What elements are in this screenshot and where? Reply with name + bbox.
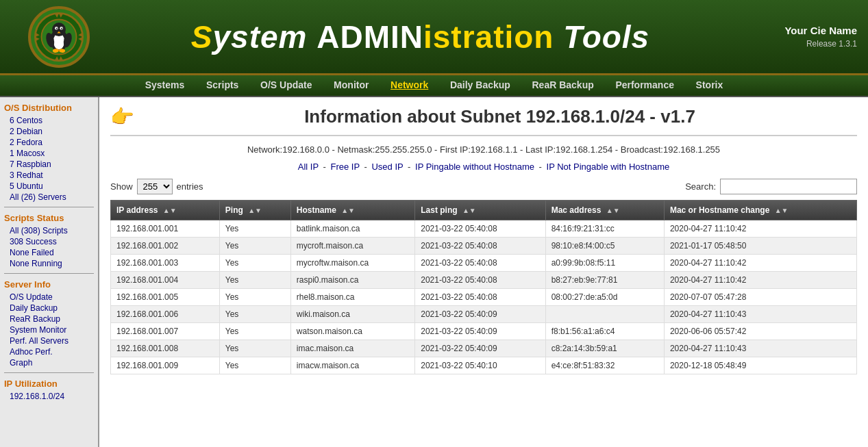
filter-free-ip[interactable]: Free IP — [330, 162, 359, 172]
cell-ping: Yes — [219, 357, 290, 374]
cell-hostname: rhel8.maison.ca — [290, 289, 414, 306]
nav-storix[interactable]: Storix — [696, 79, 723, 90]
sidebar-rear-backup[interactable]: ReaR Backup — [4, 314, 94, 324]
company-name: Your Cie Name — [734, 25, 857, 36]
cell-ping: Yes — [219, 323, 290, 340]
sidebar-all-servers[interactable]: All (26) Servers — [4, 192, 94, 203]
navbar: Systems Scripts O/S Update Monitor Netwo… — [0, 75, 868, 97]
title-area: System ADMINistration Tools — [107, 18, 734, 55]
sidebar-raspbian[interactable]: 7 Raspbian — [4, 159, 94, 170]
cell-change: 2020-04-27 11:10:42 — [664, 220, 856, 238]
sidebar-redhat[interactable]: 3 Redhat — [4, 170, 94, 181]
sidebar-none-running[interactable]: None Running — [4, 258, 94, 269]
filter-links: All IP - Free IP - Used IP - IP Pingable… — [110, 162, 857, 172]
sidebar-divider-1 — [4, 207, 94, 207]
filter-sep-2: - — [364, 162, 369, 172]
sidebar-centos[interactable]: 6 Centos — [4, 115, 94, 126]
sidebar-ubuntu[interactable]: 5 Ubuntu — [4, 181, 94, 192]
sidebar-perf-all[interactable]: Perf. All Servers — [4, 335, 94, 346]
col-hostname[interactable]: Hostname ▲▼ — [290, 201, 414, 220]
nav-osupdate[interactable]: O/S Update — [260, 79, 312, 90]
col-ip[interactable]: IP address ▲▼ — [111, 201, 220, 220]
cell-ip: 192.168.001.004 — [111, 272, 220, 289]
cell-change: 2020-07-07 05:47:28 — [664, 289, 856, 306]
sidebar-adhoc-perf[interactable]: Adhoc Perf. — [4, 346, 94, 357]
sidebar-fedora[interactable]: 2 Fedora — [4, 137, 94, 148]
filter-used-ip[interactable]: Used IP — [371, 162, 403, 172]
filter-sep-1: - — [323, 162, 329, 172]
table-row[interactable]: 192.168.001.008Yesimac.maison.ca2021-03-… — [111, 340, 857, 357]
sidebar-none-failed[interactable]: None Failed — [4, 247, 94, 258]
cell-mac: 98:10:e8:f4:00:c5 — [545, 238, 664, 255]
sidebar-all-scripts[interactable]: All (308) Scripts — [4, 225, 94, 236]
table-row[interactable]: 192.168.001.004Yesraspi0.maison.ca2021-0… — [111, 272, 857, 289]
col-change[interactable]: Mac or Hostname change ▲▼ — [664, 201, 856, 220]
cell-last_ping: 2021-03-22 05:40:08 — [415, 289, 545, 306]
svg-point-9 — [61, 27, 62, 29]
table-head: IP address ▲▼ Ping ▲▼ Hostname ▲▼ Last p… — [111, 201, 857, 220]
sidebar-divider-2 — [4, 273, 94, 274]
sidebar-ip-title: IP Utilization — [4, 379, 94, 389]
sidebar-macosx[interactable]: 1 Macosx — [4, 148, 94, 159]
cell-last_ping: 2021-03-22 05:40:10 — [415, 357, 545, 374]
nav-network[interactable]: Network — [390, 79, 428, 90]
nav-rearbackup[interactable]: ReaR Backup — [532, 79, 593, 90]
entries-label: entries — [177, 181, 203, 192]
table-row[interactable]: 192.168.001.003Yesmycroftw.maison.ca2021… — [111, 255, 857, 272]
sidebar-system-monitor[interactable]: System Monitor — [4, 324, 94, 335]
nav-scripts[interactable]: Scripts — [206, 79, 238, 90]
table-row[interactable]: 192.168.001.005Yesrhel8.maison.ca2021-03… — [111, 289, 857, 306]
logo — [28, 6, 90, 68]
cell-hostname: imacw.maison.ca — [290, 357, 414, 374]
sidebar-osupdate[interactable]: O/S Update — [4, 292, 94, 303]
table-row[interactable]: 192.168.001.009Yesimacw.maison.ca2021-03… — [111, 357, 857, 374]
filter-not-pingable-with-hostname[interactable]: IP Not Pingable with Hostname — [547, 162, 670, 172]
nav-dailybackup[interactable]: Daily Backup — [450, 79, 510, 90]
nav-systems[interactable]: Systems — [145, 79, 185, 90]
cell-ping: Yes — [219, 306, 290, 323]
main-title: System ADMINistration Tools — [107, 18, 734, 55]
content: 👉 Information about Subnet 192.168.1.0/2… — [99, 97, 868, 447]
nav-monitor[interactable]: Monitor — [334, 79, 369, 90]
col-lastping[interactable]: Last ping ▲▼ — [415, 201, 545, 220]
sidebar-ip-subnet[interactable]: 192.168.1.0/24 — [4, 391, 94, 402]
network-info: Network:192.168.0.0 - Netmask:255.255.25… — [110, 142, 857, 157]
filter-sep-4: - — [539, 162, 545, 172]
cell-ip: 192.168.001.007 — [111, 323, 220, 340]
cell-hostname: watson.maison.ca — [290, 323, 414, 340]
show-entries: Show 255 10 25 50 100 entries — [110, 179, 203, 194]
title-ystem: ystem — [212, 19, 317, 55]
sidebar-graph[interactable]: Graph — [4, 357, 94, 368]
nav-performance[interactable]: Performance — [615, 79, 674, 90]
sidebar-divider-3 — [4, 372, 94, 373]
table-controls: Show 255 10 25 50 100 entries Search: — [110, 179, 857, 194]
entries-select[interactable]: 255 10 25 50 100 — [137, 179, 173, 194]
table-row[interactable]: 192.168.001.002Yesmycroft.maison.ca2021-… — [111, 238, 857, 255]
sidebar: O/S Distribution 6 Centos 2 Debian 2 Fed… — [0, 97, 99, 447]
col-ping[interactable]: Ping ▲▼ — [219, 201, 290, 220]
cell-last_ping: 2021-03-22 05:40:08 — [415, 255, 545, 272]
table-row[interactable]: 192.168.001.001Yesbatlink.maison.ca2021-… — [111, 220, 857, 238]
sidebar-scripts-title: Scripts Status — [4, 213, 94, 223]
sidebar-success[interactable]: 308 Success — [4, 236, 94, 247]
table-row[interactable]: 192.168.001.007Yeswatson.maison.ca2021-0… — [111, 323, 857, 340]
table-row[interactable]: 192.168.001.006Yeswiki.maison.ca2021-03-… — [111, 306, 857, 323]
filter-pingable-no-hostname[interactable]: IP Pingable without Hostname — [415, 162, 534, 172]
back-icon[interactable]: 👉 — [110, 105, 134, 128]
release: Release 1.3.1 — [734, 39, 857, 49]
cell-last_ping: 2021-03-22 05:40:09 — [415, 323, 545, 340]
cell-ping: Yes — [219, 272, 290, 289]
cell-mac: e4:ce:8f:51:83:32 — [545, 357, 664, 374]
cell-ip: 192.168.001.008 — [111, 340, 220, 357]
sidebar-debian[interactable]: 2 Debian — [4, 126, 94, 137]
col-mac[interactable]: Mac address ▲▼ — [545, 201, 664, 220]
filter-all-ip[interactable]: All IP — [298, 162, 319, 172]
sidebar-daily-backup[interactable]: Daily Backup — [4, 303, 94, 314]
cell-ping: Yes — [219, 289, 290, 306]
svg-point-8 — [56, 27, 58, 29]
cell-hostname: mycroft.maison.ca — [290, 238, 414, 255]
cell-ping: Yes — [219, 238, 290, 255]
search-input[interactable] — [720, 179, 857, 194]
cell-change: 2020-04-27 11:10:43 — [664, 306, 856, 323]
title-istration: istration — [423, 19, 563, 55]
